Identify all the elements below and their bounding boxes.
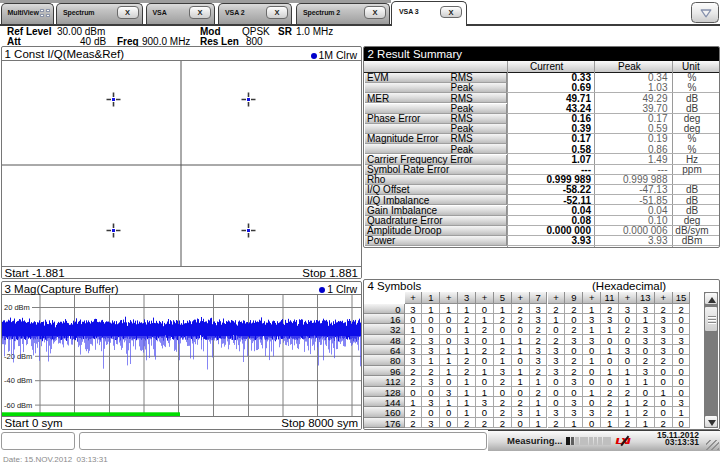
svg-text:20 dBm: 20 dBm	[4, 303, 30, 312]
svg-text:-60 dBm: -60 dBm	[4, 400, 32, 409]
svg-text:-40 dBm: -40 dBm	[4, 376, 32, 385]
svg-text:-20 dBm: -20 dBm	[4, 351, 32, 360]
